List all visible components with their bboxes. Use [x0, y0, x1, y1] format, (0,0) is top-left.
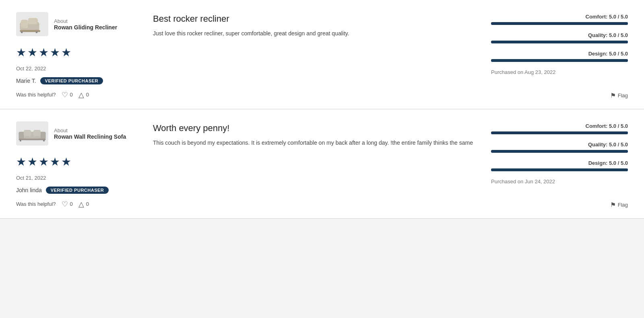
rating-label: Design: 5.0 / 5.0: [491, 160, 628, 166]
rating-label: Quality: 5.0 / 5.0: [491, 142, 628, 148]
rating-row: Quality: 5.0 / 5.0: [491, 32, 628, 43]
reviewer-name: Marie T.: [16, 78, 36, 84]
rating-row: Design: 5.0 / 5.0: [491, 160, 628, 171]
star-icon: ★: [39, 46, 49, 59]
product-image: [16, 12, 48, 36]
rating-bar-fill: [491, 41, 628, 43]
rating-row: Comfort: 5.0 / 5.0: [491, 123, 628, 134]
rating-bar-fill: [491, 22, 628, 25]
svg-rect-7: [19, 132, 24, 140]
heart-icon: ♡: [62, 200, 68, 209]
dislike-icon: △: [78, 200, 84, 209]
review-right-col: Comfort: 5.0 / 5.0 Quality: 5.0 / 5.0 De…: [491, 12, 628, 84]
review-card: About Rowan Gliding Recliner ★★★★★ Oct 2…: [0, 0, 644, 109]
svg-rect-4: [36, 31, 37, 33]
svg-rect-10: [33, 130, 41, 136]
star-icon: ★: [27, 155, 37, 168]
star-icon: ★: [61, 155, 71, 168]
review-body: Just love this rocker recliner, super co…: [153, 29, 483, 38]
star-rating: ★★★★★: [16, 155, 145, 168]
flag-label: Flag: [618, 92, 628, 98]
star-icon: ★: [16, 155, 26, 168]
verified-badge: VERIFIED PURCHASER: [40, 77, 103, 84]
product-text: About Rowan Wall Reclining Sofa: [54, 127, 126, 140]
product-info: About Rowan Wall Reclining Sofa: [16, 121, 145, 146]
svg-rect-13: [43, 140, 45, 142]
footer-right: ⚑ Flag: [491, 198, 628, 209]
review-right-col: Comfort: 5.0 / 5.0 Quality: 5.0 / 5.0 De…: [491, 121, 628, 194]
flag-button[interactable]: ⚑ Flag: [610, 92, 628, 99]
svg-rect-8: [41, 132, 45, 140]
reviewer-row: Marie T. VERIFIED PURCHASER: [16, 77, 145, 84]
star-rating: ★★★★★: [16, 46, 145, 59]
svg-rect-5: [28, 18, 38, 25]
rating-bar-bg: [491, 41, 628, 43]
star-icon: ★: [16, 46, 26, 59]
dislike-icon: △: [78, 90, 84, 99]
unhelpful-button[interactable]: △ 0: [78, 90, 89, 99]
about-label: About: [54, 18, 117, 24]
review-date: Oct 21, 2022: [16, 175, 145, 181]
flag-button[interactable]: ⚑ Flag: [610, 201, 628, 209]
reviewer-row: John linda VERIFIED PURCHASER: [16, 187, 145, 194]
rating-bar-bg: [491, 22, 628, 25]
rating-row: Comfort: 5.0 / 5.0: [491, 14, 628, 25]
helpful-button[interactable]: ♡ 0: [62, 200, 73, 209]
flag-icon: ⚑: [610, 92, 616, 99]
helpful-row: Was this helpful? ♡ 0 △ 0: [16, 88, 145, 99]
review-left-col: About Rowan Gliding Recliner ★★★★★ Oct 2…: [16, 12, 145, 84]
product-name: Rowan Wall Reclining Sofa: [54, 133, 126, 140]
review-left-col: About Rowan Wall Reclining Sofa ★★★★★ Oc…: [16, 121, 145, 194]
review-footer: Was this helpful? ♡ 0 △ 0 ⚑ Flag: [0, 88, 644, 109]
heart-icon: ♡: [62, 90, 68, 99]
rating-label: Design: 5.0 / 5.0: [491, 51, 628, 57]
verified-badge: VERIFIED PURCHASER: [46, 187, 109, 194]
footer-middle: [153, 198, 483, 209]
svg-rect-12: [20, 140, 21, 142]
review-footer: Was this helpful? ♡ 0 △ 0 ⚑ Flag: [0, 198, 644, 218]
review-date: Oct 22, 2022: [16, 66, 145, 72]
purchased-date: Purchased on Jun 24, 2022: [491, 178, 628, 185]
star-icon: ★: [50, 46, 60, 59]
footer-middle: [153, 88, 483, 99]
helpful-label: Was this helpful?: [16, 92, 56, 98]
helpful-count: 0: [70, 92, 73, 98]
rating-row: Design: 5.0 / 5.0: [491, 51, 628, 62]
rating-bar-fill: [491, 168, 628, 171]
review-title: Best rocker recliner: [153, 14, 483, 24]
rating-bar-bg: [491, 59, 628, 62]
unhelpful-count: 0: [86, 201, 89, 207]
product-info: About Rowan Gliding Recliner: [16, 12, 145, 36]
rating-bar-bg: [491, 150, 628, 153]
rating-label: Comfort: 5.0 / 5.0: [491, 123, 628, 129]
svg-rect-1: [21, 20, 28, 28]
svg-rect-9: [24, 130, 31, 136]
star-icon: ★: [39, 155, 49, 168]
product-text: About Rowan Gliding Recliner: [54, 18, 117, 31]
rating-bar-fill: [491, 131, 628, 134]
unhelpful-count: 0: [86, 92, 89, 98]
helpful-count: 0: [70, 201, 73, 207]
review-title: Worth every penny!: [153, 123, 483, 133]
helpful-row: Was this helpful? ♡ 0 △ 0: [16, 198, 145, 209]
rating-label: Quality: 5.0 / 5.0: [491, 32, 628, 38]
rating-bar-fill: [491, 59, 628, 62]
product-name: Rowan Gliding Recliner: [54, 24, 117, 31]
flag-label: Flag: [618, 202, 628, 208]
review-middle-col: Worth every penny! This couch is beyond …: [153, 121, 483, 194]
review-middle-col: Best rocker recliner Just love this rock…: [153, 12, 483, 84]
about-label: About: [54, 127, 126, 133]
footer-right: ⚑ Flag: [491, 88, 628, 99]
purchased-date: Purchased on Aug 23, 2022: [491, 69, 628, 75]
star-icon: ★: [27, 46, 37, 59]
star-icon: ★: [50, 155, 60, 168]
svg-rect-3: [21, 31, 23, 33]
review-body: This couch is beyond my expectations. It…: [153, 138, 483, 147]
svg-rect-11: [19, 139, 46, 140]
unhelpful-button[interactable]: △ 0: [78, 200, 89, 209]
rating-bar-bg: [491, 131, 628, 134]
star-icon: ★: [61, 46, 71, 59]
rating-label: Comfort: 5.0 / 5.0: [491, 14, 628, 20]
rating-bar-fill: [491, 150, 628, 153]
helpful-button[interactable]: ♡ 0: [62, 90, 73, 99]
